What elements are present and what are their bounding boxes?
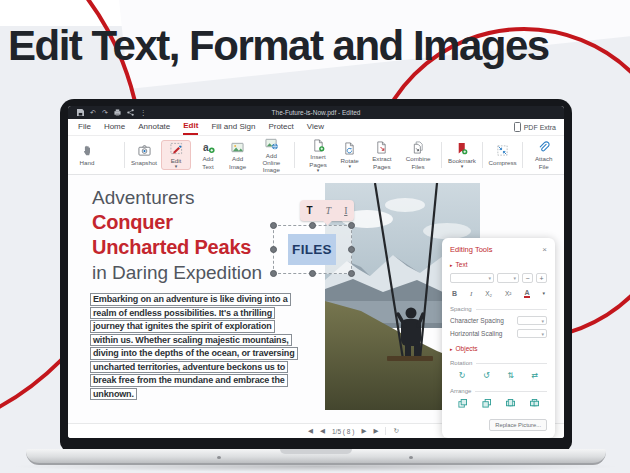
caret-down-icon: ▾ (488, 275, 491, 281)
character-spacing-select[interactable]: ▾ (517, 316, 547, 325)
menu-edit[interactable]: Edit (183, 119, 198, 135)
resize-handle-w[interactable] (270, 246, 277, 253)
hand-icon (81, 144, 94, 158)
bold-button[interactable]: B (452, 290, 457, 297)
paragraph-line: within us. Whether scaling majestic moun… (90, 334, 292, 347)
caret-down-icon: ▾ (317, 169, 320, 172)
toolbar-label: Add Online Image (256, 152, 286, 173)
replace-picture-button[interactable]: Replace Picture... (489, 419, 547, 431)
bring-forward-icon[interactable] (458, 399, 467, 410)
banner-headline: Edit Text, Format and Images (8, 22, 549, 70)
add-text-icon: a (202, 140, 215, 154)
laptop-hinge-dot (217, 456, 221, 459)
horizontal-scaling-label: Horizontal Scaling (450, 330, 502, 337)
toolbar-button-add-image[interactable]: Add Image (225, 140, 250, 169)
flip-horizontal-icon[interactable]: ⇄ (532, 371, 539, 380)
brand-badge: PDF Extra (514, 122, 556, 132)
bold-button[interactable]: T (306, 205, 312, 216)
document-paragraph[interactable]: Embarking on an adventure is like diving… (90, 293, 298, 401)
camera-icon (138, 144, 151, 158)
caret-down-icon: ▾ (541, 318, 544, 324)
toolbar-label: Combine Files (403, 155, 433, 169)
toolbar-button-add-online-image[interactable]: Add Online Image (256, 137, 286, 173)
spacing-divider: Spacing (450, 306, 547, 312)
toolbar-button-edit[interactable]: Edit ▾ (161, 140, 191, 170)
toolbar-button-bookmark[interactable]: Bookmark ▾ (450, 142, 473, 168)
resize-handle-e[interactable] (348, 246, 355, 253)
extract-pages-icon (375, 140, 388, 154)
resize-handle-sw[interactable] (270, 270, 277, 277)
last-page-icon[interactable]: ▶ (373, 427, 378, 435)
prev-page-icon[interactable]: ◀ (320, 427, 325, 435)
toolbar-button-add-text[interactable]: a Add Text (197, 140, 219, 169)
font-family-select[interactable]: ▾ (450, 273, 494, 283)
paragraph-line: break free from the mundane and embrace … (90, 374, 288, 387)
page-indicator: 1/5 ( 8 ) (332, 428, 354, 435)
paragraph-line: realm of endless possibilities. It's a t… (90, 307, 275, 320)
toolbar-button-snapshot[interactable]: Snapshot (133, 144, 155, 166)
send-backward-icon[interactable] (482, 399, 491, 410)
section-objects[interactable]: ▸ Objects (450, 345, 547, 352)
superscript-button[interactable]: X² (505, 290, 512, 297)
statusbar-separator (385, 427, 386, 435)
toolbar-button-compress[interactable]: Compress (491, 144, 515, 166)
arrange-divider: Arrange (450, 388, 547, 394)
first-page-icon[interactable]: ◀ (308, 427, 313, 435)
toolbar-button-extract-pages[interactable]: Extract Pages (367, 140, 397, 169)
caret-down-icon[interactable]: ▾ (542, 292, 545, 295)
resize-handle-s[interactable] (309, 270, 316, 277)
triangle-icon: ▸ (450, 346, 453, 352)
underline-button[interactable]: I (344, 205, 347, 216)
toolbar: Hand Snapshot Edit ▾ a Add Text (68, 136, 564, 175)
toolbar-label: Compress (488, 159, 516, 166)
menu-protect[interactable]: Protect (268, 120, 293, 134)
horizontal-scaling-select[interactable]: ▾ (517, 329, 547, 338)
arrange-label: Arrange (450, 388, 471, 394)
caret-down-icon: ▾ (541, 331, 544, 337)
subscript-button[interactable]: X₂ (485, 290, 492, 297)
paragraph-line: journey that ignites the spirit of explo… (90, 320, 275, 333)
font-color-button[interactable]: A (524, 289, 529, 298)
font-size-select[interactable]: ▾ (497, 273, 519, 283)
toolbar-button-hand[interactable]: Hand (76, 144, 98, 166)
rotate-right-icon[interactable]: ↻ (459, 371, 466, 380)
insert-pages-icon (312, 138, 325, 152)
compress-icon (496, 144, 509, 158)
resize-handle-n[interactable] (309, 222, 316, 229)
decrease-size-button[interactable]: − (522, 273, 533, 283)
italic-button[interactable]: T (326, 205, 332, 216)
laptop-screen-frame: ↶ ↷ ⋮ The-Future-is-Now.pdf - Edited Fil… (60, 99, 572, 451)
toolbar-button-rotate[interactable]: Rotate ▾ (339, 142, 361, 168)
refresh-icon[interactable]: ↻ (393, 427, 398, 435)
toolbar-button-insert-pages[interactable]: Insert Pages ▾ (303, 138, 332, 171)
menu-view[interactable]: View (307, 120, 324, 134)
menu-home[interactable]: Home (104, 120, 125, 134)
toolbar-separator (441, 142, 442, 168)
section-text[interactable]: ▸ Text (450, 261, 547, 268)
next-page-icon[interactable]: ▶ (361, 427, 366, 435)
menu-file[interactable]: File (78, 120, 91, 134)
send-to-back-icon[interactable] (530, 399, 539, 410)
close-icon[interactable]: × (542, 246, 547, 254)
document-heading[interactable]: Adventurers Conquer Uncharted Peaks in D… (92, 185, 262, 285)
toolbar-button-combine-files[interactable]: Combine Files (403, 140, 433, 169)
bookmark-icon (455, 142, 468, 156)
rotate-left-icon[interactable]: ↺ (483, 371, 490, 380)
increase-size-button[interactable]: + (536, 273, 547, 283)
toolbar-separator (124, 142, 125, 168)
toolbar-label: Extract Pages (367, 155, 397, 169)
toolbar-button-attach-file[interactable]: Attach File (531, 140, 556, 169)
laptop-base (26, 449, 606, 465)
italic-button[interactable]: I (470, 290, 472, 298)
flip-vertical-icon[interactable]: ⇅ (507, 371, 514, 380)
resize-handle-se[interactable] (348, 270, 355, 277)
app-window: ↶ ↷ ⋮ The-Future-is-Now.pdf - Edited Fil… (68, 106, 564, 438)
menu-annotate[interactable]: Annotate (138, 120, 170, 134)
toolbar-separator (482, 142, 483, 168)
resize-handle-ne[interactable] (348, 222, 355, 229)
menu-fill-and-sign[interactable]: Fill and Sign (211, 120, 255, 134)
resize-handle-nw[interactable] (270, 222, 277, 229)
selected-object-text[interactable]: FILES (288, 234, 336, 265)
selected-object-frame[interactable]: FILES (273, 225, 352, 274)
bring-to-front-icon[interactable] (506, 399, 515, 410)
